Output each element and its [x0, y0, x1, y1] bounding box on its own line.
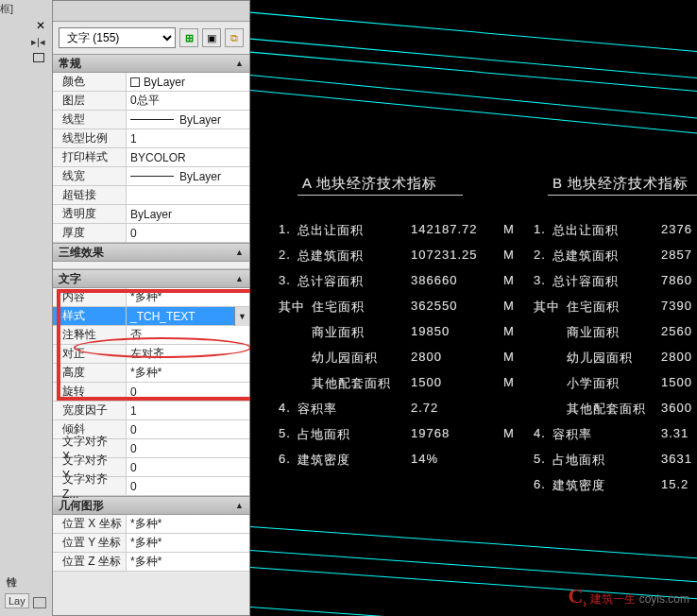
table-cell: M [503, 222, 515, 236]
dock-arrow-icon[interactable]: ▸|◂ [31, 36, 45, 48]
prop-justify-value[interactable]: 左对齐 [127, 345, 249, 363]
layer-tab[interactable]: Lay [5, 593, 29, 608]
table-cell: 107231.25 [411, 248, 477, 262]
select-objects-icon[interactable]: ▣ [202, 28, 221, 47]
table-cell: 1500 [661, 375, 692, 389]
prop-hyperlink-value[interactable] [127, 186, 249, 204]
table-cell: 建筑密度 [298, 452, 350, 469]
table-cell: 总计容面积 [552, 273, 619, 290]
prop-label: 线型比例 [53, 129, 127, 147]
drawing-canvas[interactable]: A 地块经济技术指标 B 地块经济技术指标 1.总出让面积142187.72M2… [250, 0, 697, 616]
table-cell: 容积率 [552, 426, 592, 443]
table-cell: M [503, 375, 515, 389]
table-cell: 2800 [661, 350, 692, 364]
table-cell: 占地面积 [552, 452, 605, 469]
prop-aligny-value[interactable]: 0 [127, 458, 249, 476]
prop-label: 线型 [53, 111, 127, 128]
prop-color-value[interactable]: ByLayer [127, 73, 249, 91]
table-cell: 19850 [411, 324, 450, 338]
object-type-select[interactable]: 文字 (155) [59, 27, 176, 48]
prop-linetype-value[interactable]: ByLayer [127, 111, 249, 128]
table-cell: 142187.72 [411, 222, 477, 236]
table-cell: 3631 [661, 452, 692, 466]
prop-label: 文字对齐 Z... [53, 477, 127, 495]
table-cell: 总计容面积 [298, 273, 364, 290]
prop-content-value[interactable]: *多种* [127, 288, 249, 306]
section-geometry[interactable]: 几何图形▲ [53, 496, 249, 515]
table-cell: 幼儿园面积 [312, 350, 378, 367]
table-header-a: A 地块经济技术指标 [302, 175, 437, 193]
prop-style-label: 样式 [53, 307, 127, 325]
prop-alignz-value[interactable]: 0 [127, 477, 249, 495]
prop-ltscale-value[interactable]: 1 [127, 129, 249, 147]
table-cell: 2. [534, 248, 546, 262]
prop-transparency-value[interactable]: ByLayer [127, 205, 249, 223]
table-cell: M [503, 273, 515, 287]
section-3d-effect[interactable]: 三维效果▲ [53, 243, 249, 262]
table-cell: 19768 [411, 426, 450, 440]
prop-height-value[interactable]: *多种* [127, 364, 249, 382]
drawing-line [250, 524, 697, 562]
panel-titlebar [53, 1, 249, 22]
panel-menu-icon[interactable] [33, 53, 44, 62]
table-cell: 2. [279, 248, 291, 262]
table-cell: 3.31 [661, 426, 688, 440]
table-cell: 其中 [279, 299, 305, 316]
table-cell: 其他配套面积 [567, 401, 646, 418]
table-cell: 2857 [661, 248, 692, 262]
table-cell: 4. [534, 426, 546, 440]
prop-label: 高度 [53, 364, 127, 382]
drawing-line [250, 36, 697, 83]
dropdown-icon[interactable]: ▼ [234, 307, 249, 326]
prop-annotative-value[interactable]: 否 [127, 326, 249, 344]
table-header-b: B 地块经济技术指标 [552, 175, 688, 193]
watermark-logo: C› [568, 584, 586, 610]
prop-widthfactor-value[interactable]: 1 [127, 402, 249, 419]
chevron-up-icon: ▲ [235, 59, 244, 68]
prop-oblique-value[interactable]: 0 [127, 420, 249, 438]
prop-alignx-value[interactable]: 0 [127, 439, 249, 457]
prop-posx-value[interactable]: *多种* [127, 515, 249, 533]
prop-layer-value[interactable]: 0总平 [127, 92, 249, 110]
prop-label: 注释性 [53, 326, 127, 344]
quick-select-icon[interactable]: ⊞ [179, 28, 198, 47]
table-cell: 3. [279, 273, 291, 287]
section-text[interactable]: 文字▲ [53, 269, 249, 288]
table-cell: 6. [534, 477, 546, 491]
prop-posy-value[interactable]: *多种* [127, 534, 249, 552]
section-general[interactable]: 常规▲ [53, 54, 249, 73]
prop-label: 超链接 [53, 186, 127, 204]
table-cell: 总建筑面积 [552, 248, 619, 265]
table-cell: M [503, 299, 515, 313]
table-cell: 5. [279, 426, 291, 440]
prop-lineweight-value[interactable]: ByLayer [127, 167, 249, 185]
pickset-icon[interactable]: ⧉ [225, 28, 244, 47]
prop-label: 线宽 [53, 167, 127, 185]
table-cell: 4. [279, 401, 291, 415]
prop-style-value[interactable]: _TCH_TEXT▼ [127, 307, 249, 325]
prop-label: 位置 Y 坐标 [53, 534, 127, 552]
table-cell: M [503, 248, 515, 262]
table-cell: 14% [411, 452, 438, 466]
close-icon[interactable]: ✕ [33, 19, 48, 34]
table-cell: 2800 [411, 350, 442, 364]
prop-label: 位置 Z 坐标 [53, 553, 127, 571]
table-cell: 商业面积 [312, 324, 365, 341]
table-cell: 1500 [411, 375, 442, 389]
table-cell: M [503, 350, 515, 364]
prop-plotstyle-value[interactable]: BYCOLOR [127, 148, 249, 166]
prop-posz-value[interactable]: *多种* [127, 553, 249, 571]
table-cell: 商业面积 [567, 324, 620, 341]
layer-tab-icon [33, 597, 46, 608]
table-cell: 容积率 [298, 401, 337, 418]
panel-title-fragment: 框] [0, 2, 13, 16]
prop-rotation-value[interactable]: 0 [127, 383, 249, 401]
prop-thickness-value[interactable]: 0 [127, 224, 249, 242]
prop-label: 图层 [53, 92, 127, 110]
table-cell: 幼儿园面积 [567, 350, 633, 367]
table-cell: 住宅面积 [312, 299, 365, 316]
table-cell: 386660 [411, 273, 457, 287]
table-cell: 3600 [661, 401, 692, 415]
table-cell: 总出让面积 [298, 222, 364, 239]
table-cell: 住宅面积 [567, 299, 620, 316]
